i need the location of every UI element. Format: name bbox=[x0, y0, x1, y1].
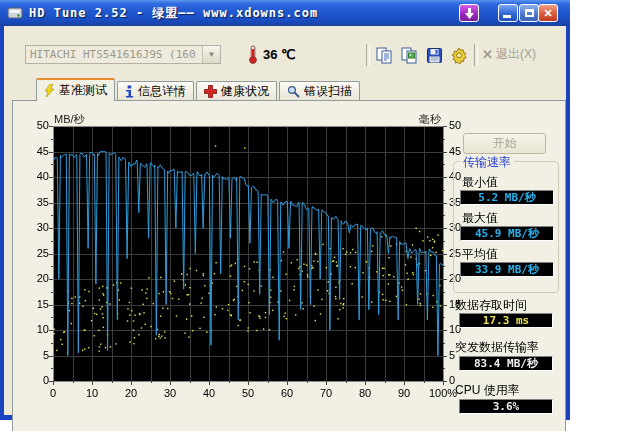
tab-label: 基准测试 bbox=[59, 82, 107, 99]
thermometer-icon bbox=[248, 45, 258, 64]
options-icon bbox=[450, 46, 468, 64]
exit-button[interactable]: ✕ 退出(X) bbox=[482, 46, 536, 63]
start-button[interactable]: 开始 bbox=[463, 133, 546, 154]
exit-label: 退出(X) bbox=[496, 46, 536, 63]
access-time-value-box: 17.3 ms bbox=[459, 313, 553, 328]
options-button[interactable] bbox=[449, 45, 469, 65]
health-icon bbox=[204, 85, 217, 98]
drive-select[interactable]: HITACHI HTS541616J9S (160 GB) ▼ bbox=[25, 45, 221, 64]
tab-health[interactable]: 健康状况 bbox=[196, 81, 277, 101]
chevron-down-icon[interactable]: ▼ bbox=[202, 46, 220, 63]
maximize-icon bbox=[525, 9, 534, 17]
min-label: 最小值 bbox=[462, 174, 498, 191]
x-axis-tick-label: 60 bbox=[271, 387, 303, 399]
x-axis-tick-label: 70 bbox=[310, 387, 342, 399]
start-button-label: 开始 bbox=[493, 135, 517, 152]
access-time-value: 17.3 ms bbox=[483, 314, 529, 327]
min-value: 5.2 MB/秒 bbox=[478, 190, 535, 205]
left-axis-tick-label: 10 bbox=[25, 323, 49, 335]
burst-rate-label: 突发数据传输率 bbox=[455, 339, 539, 356]
left-axis-tick-label: 20 bbox=[25, 272, 49, 284]
tab-strip: 基准测试 信息详情 健康状况 错误扫描 bbox=[36, 78, 362, 101]
min-value-box: 5.2 MB/秒 bbox=[460, 190, 554, 205]
toolbar-separator bbox=[474, 44, 478, 66]
left-axis-tick-label: 15 bbox=[25, 298, 49, 310]
copy-image-button[interactable] bbox=[399, 45, 419, 65]
transfer-rate-group-title: 传输速率 bbox=[460, 154, 514, 171]
download-button[interactable] bbox=[459, 4, 479, 22]
toolbar-separator bbox=[366, 44, 370, 66]
burst-rate-value-box: 83.4 MB/秒 bbox=[459, 356, 553, 371]
copy-image-icon bbox=[401, 47, 418, 64]
left-axis-tick-label: 35 bbox=[25, 196, 49, 208]
x-axis-tick-label: 30 bbox=[154, 387, 186, 399]
temperature-value: 36 ℃ bbox=[263, 47, 296, 62]
exit-icon: ✕ bbox=[482, 47, 493, 62]
left-axis-tick-label: 50 bbox=[25, 119, 49, 131]
left-axis-tick-label: 40 bbox=[25, 170, 49, 182]
x-axis-tick-label: 50 bbox=[232, 387, 264, 399]
transfer-rate-group: 传输速率 最小值 5.2 MB/秒 最大值 45.9 MB/秒 平均值 33.9… bbox=[453, 161, 559, 293]
left-axis-tick-label: 45 bbox=[25, 145, 49, 157]
cpu-usage-value: 3.6% bbox=[493, 400, 520, 413]
close-icon: ✕ bbox=[543, 8, 552, 19]
close-button[interactable]: ✕ bbox=[538, 4, 558, 22]
tab-error-scan[interactable]: 错误扫描 bbox=[279, 81, 360, 101]
down-arrow-icon bbox=[465, 8, 474, 19]
x-axis-tick-label: 40 bbox=[193, 387, 225, 399]
left-axis-tick-label: 25 bbox=[25, 247, 49, 259]
benchmark-icon bbox=[44, 84, 55, 97]
tab-info[interactable]: 信息详情 bbox=[117, 81, 194, 101]
x-axis-tick-label: 80 bbox=[349, 387, 381, 399]
info-icon bbox=[125, 85, 134, 98]
right-axis-tick-label: 50 bbox=[449, 119, 479, 131]
copy-text-icon bbox=[376, 47, 393, 64]
save-icon bbox=[426, 47, 443, 64]
maximize-button[interactable] bbox=[519, 4, 539, 22]
left-axis-tick-label: 30 bbox=[25, 221, 49, 233]
app-window: HD Tune 2.52 - 绿盟—— www.xdowns.com ✕ HIT… bbox=[0, 0, 570, 420]
max-label: 最大值 bbox=[462, 210, 498, 227]
app-icon bbox=[7, 5, 23, 21]
max-value-box: 45.9 MB/秒 bbox=[460, 226, 554, 241]
x-axis-tick-label: 90 bbox=[388, 387, 420, 399]
tab-benchmark[interactable]: 基准测试 bbox=[36, 78, 115, 101]
copy-text-button[interactable] bbox=[374, 45, 394, 65]
temperature-indicator: 36 ℃ bbox=[248, 45, 296, 64]
x-axis-tick-label: 10 bbox=[76, 387, 108, 399]
window-content: HITACHI HTS541616J9S (160 GB) ▼ 36 ℃ bbox=[4, 26, 566, 415]
drive-select-value: HITACHI HTS541616J9S (160 GB) bbox=[26, 48, 202, 61]
tab-label: 错误扫描 bbox=[304, 83, 352, 100]
minimize-icon bbox=[503, 15, 511, 18]
cpu-usage-label: CPU 使用率 bbox=[455, 382, 520, 399]
left-axis-tick-label: 5 bbox=[25, 349, 49, 361]
left-axis-unit-label: MB/秒 bbox=[54, 112, 85, 127]
right-axis-unit-label: 毫秒 bbox=[397, 112, 441, 127]
avg-value-box: 33.9 MB/秒 bbox=[460, 262, 554, 277]
x-axis-tick-label: 20 bbox=[115, 387, 147, 399]
titlebar[interactable]: HD Tune 2.52 - 绿盟—— www.xdowns.com ✕ bbox=[0, 0, 570, 26]
cpu-usage-value-box: 3.6% bbox=[459, 399, 553, 414]
left-axis-tick-label: 0 bbox=[25, 374, 49, 386]
max-value: 45.9 MB/秒 bbox=[475, 226, 539, 241]
x-axis-tick-label: 0 bbox=[37, 387, 69, 399]
window-title: HD Tune 2.52 - 绿盟—— www.xdowns.com bbox=[29, 5, 318, 22]
tab-label: 信息详情 bbox=[138, 83, 186, 100]
benchmark-panel: 0055101015152020252530303535404045455050… bbox=[12, 100, 566, 431]
chart-plot bbox=[27, 107, 463, 397]
avg-value: 33.9 MB/秒 bbox=[475, 262, 539, 277]
burst-rate-value: 83.4 MB/秒 bbox=[474, 356, 538, 371]
save-button[interactable] bbox=[424, 45, 444, 65]
scan-icon bbox=[287, 85, 300, 98]
access-time-label: 数据存取时间 bbox=[455, 297, 527, 314]
avg-label: 平均值 bbox=[462, 246, 498, 263]
minimize-button[interactable] bbox=[498, 4, 518, 22]
benchmark-chart: 0055101015152020252530303535404045455050… bbox=[13, 101, 473, 411]
tab-label: 健康状况 bbox=[221, 83, 269, 100]
